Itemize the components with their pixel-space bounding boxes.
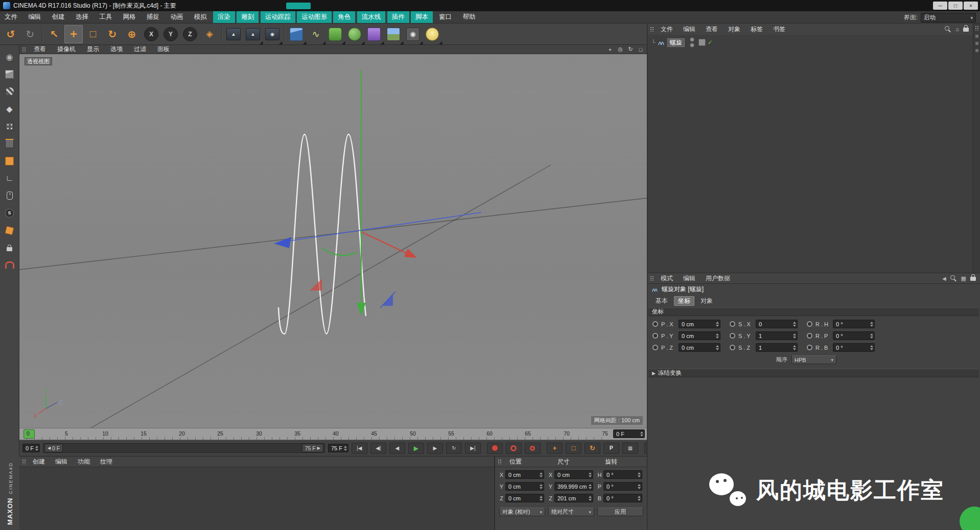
size-z-field[interactable]: 201 cm [554, 494, 593, 502]
panel-grip-icon[interactable] [498, 459, 502, 464]
keyframe-dot[interactable] [807, 321, 812, 327]
menu-mesh[interactable]: 网格 [119, 11, 141, 23]
subdivision-surface-button[interactable] [326, 25, 344, 43]
material-menu-edit[interactable]: 编辑 [50, 456, 73, 467]
keyframe-dot[interactable] [730, 321, 735, 327]
viewport-menu-view[interactable]: 查看 [29, 45, 51, 54]
viewport-menu-panel[interactable]: 面板 [152, 45, 175, 54]
environment-button[interactable] [384, 25, 403, 43]
object-manager-list[interactable]: └ 螺旋 ✓ [647, 35, 973, 273]
keyframe-selection-record-button[interactable] [525, 443, 541, 454]
power-slider[interactable]: ◀ 0 F 75 F ▶ [43, 443, 325, 453]
om-menu-objects[interactable]: 对象 [723, 24, 745, 34]
menu-pipeline[interactable]: 流水线 [357, 11, 386, 23]
play-button[interactable]: ▶ [408, 443, 424, 454]
position-z-field[interactable]: 0 cm [505, 494, 544, 502]
panel-grip-icon[interactable] [650, 27, 654, 32]
keyframe-dot[interactable] [652, 321, 658, 327]
am-menu-mode[interactable]: 模式 [656, 273, 678, 283]
sy-field[interactable]: 1 [756, 331, 798, 340]
position-x-field[interactable]: 0 cm [505, 470, 544, 479]
apply-button[interactable]: 应用 [597, 508, 643, 516]
minimize-button[interactable]: ─ [933, 2, 947, 10]
range-grip-left[interactable]: ◀ 0 F [44, 444, 63, 452]
menu-render[interactable]: 渲染 [213, 11, 235, 23]
material-menu-texture[interactable]: 纹理 [95, 456, 118, 467]
layout-tab-icon[interactable] [975, 42, 978, 45]
editor-visibility-dot[interactable] [690, 37, 694, 42]
gizmo-z-arrow[interactable] [274, 237, 291, 248]
render-visibility-dot[interactable] [690, 43, 694, 47]
sx-field[interactable]: 0 [756, 320, 798, 328]
coordinate-system-button[interactable]: ◈ [200, 25, 219, 43]
key-parameter-toggle[interactable]: P [603, 443, 619, 454]
render-settings-button[interactable]: ◉ [263, 25, 282, 43]
coordinate-mode-dropdown[interactable]: 对象 (相对)▾ [499, 508, 545, 516]
menu-simulate[interactable]: 模拟 [190, 11, 212, 23]
visibility-toggles[interactable] [690, 37, 694, 47]
viewport-pan-icon[interactable]: + [606, 46, 614, 53]
stepper-icon[interactable] [35, 446, 38, 451]
position-y-field[interactable]: 0 cm [505, 482, 544, 491]
menu-tools[interactable]: 工具 [95, 11, 116, 23]
material-menu-create[interactable]: 创建 [28, 456, 50, 467]
goto-prev-key-button[interactable]: ◀| [370, 443, 386, 454]
paint-button[interactable] [2, 223, 18, 238]
menu-animate[interactable]: 动画 [166, 11, 188, 23]
viewport-zoom-icon[interactable]: ◎ [616, 46, 624, 53]
key-point-level-toggle[interactable]: ▦ [622, 443, 638, 454]
lock-icon[interactable] [970, 277, 976, 281]
convert-editable-button[interactable]: ◉ [2, 49, 18, 64]
menu-mograph[interactable]: 运动图形 [297, 11, 332, 23]
om-menu-edit[interactable]: 编辑 [678, 24, 701, 34]
layout-tab-icon[interactable] [975, 35, 978, 38]
gizmo-x-axis[interactable] [361, 232, 408, 254]
viewport-menu-cameras[interactable]: 摄像机 [52, 45, 81, 54]
py-field[interactable]: 0 cm [679, 331, 720, 340]
keyframe-dot[interactable] [730, 345, 735, 350]
am-menu-userdata[interactable]: 用户数据 [701, 273, 735, 283]
solo-mode-button[interactable]: S [2, 205, 18, 221]
rotation-b-field[interactable]: 0 ° [603, 494, 642, 502]
viewport-menu-filter[interactable]: 过滤 [129, 45, 151, 54]
gizmo-z-axis[interactable] [278, 212, 481, 243]
search-icon[interactable] [945, 26, 951, 33]
freeze-transform-section[interactable]: ▶ 冻结变换 [648, 369, 979, 377]
menu-snap[interactable]: 捕捉 [142, 11, 164, 23]
layout-tab-icon[interactable] [975, 49, 978, 52]
viewport-perspective[interactable]: Y Z X 查看 摄像机 显示 选项 过滤 面板 + ◎ ↻ □ 透视视图 网格… [19, 45, 647, 428]
viewport-maximize-icon[interactable]: □ [637, 46, 645, 53]
prev-frame-button[interactable]: ◀ [389, 443, 405, 454]
om-menu-file[interactable]: 文件 [656, 24, 678, 34]
pz-field[interactable]: 0 cm [679, 343, 720, 352]
render-picture-viewer-button[interactable]: ▲ [244, 25, 262, 43]
menu-motion-tracker[interactable]: 运动跟踪 [261, 11, 295, 23]
om-menu-view[interactable]: 查看 [701, 24, 723, 34]
keyframe-dot[interactable] [730, 333, 735, 339]
recent-tool-button[interactable]: ⊕ [123, 25, 141, 43]
interface-dropdown[interactable]: 启动 ▾ [921, 13, 976, 22]
tab-object[interactable]: 对象 [696, 296, 717, 306]
close-button[interactable]: × [964, 2, 978, 10]
om-menu-bookmarks[interactable]: 书签 [768, 24, 790, 34]
menu-help[interactable]: 帮助 [458, 11, 480, 23]
goto-end-button[interactable]: ▶| [465, 443, 481, 454]
key-position-toggle[interactable]: + [547, 443, 563, 454]
viewport-orbit-icon[interactable]: ↻ [626, 46, 635, 53]
key-scale-toggle[interactable]: □ [566, 443, 581, 454]
panel-grip-icon[interactable] [22, 47, 26, 52]
stepper-icon[interactable] [640, 431, 643, 437]
rotate-tool-button[interactable]: ↻ [103, 25, 122, 43]
keyframe-dot[interactable] [807, 345, 812, 350]
points-mode-button[interactable] [2, 118, 18, 134]
menu-window[interactable]: 窗口 [434, 11, 456, 23]
object-name[interactable]: 螺旋 [667, 38, 685, 47]
gizmo-plane-handle-blue[interactable] [383, 294, 393, 306]
menu-plugins[interactable]: 插件 [387, 11, 409, 23]
redo-button[interactable]: ↻ [21, 25, 39, 43]
render-view-button[interactable]: ▲ [224, 25, 243, 43]
viewport-menu-display[interactable]: 显示 [82, 45, 104, 54]
menu-create[interactable]: 创建 [48, 11, 69, 23]
light-button[interactable] [423, 25, 441, 43]
spline-pen-button[interactable]: ∿ [307, 25, 325, 43]
